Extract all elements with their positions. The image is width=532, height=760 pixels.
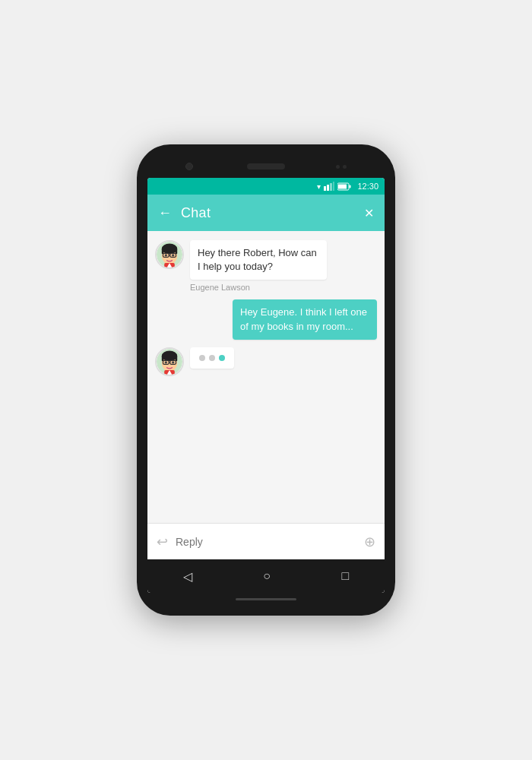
phone-speaker: [247, 163, 285, 169]
nav-home-button[interactable]: ○: [263, 569, 271, 583]
status-bar: ▾ 12:30: [147, 178, 385, 195]
svg-point-21: [162, 350, 177, 361]
svg-rect-1: [327, 185, 329, 191]
typing-dot-2: [209, 355, 215, 361]
bubble-received-1: Hey there Robert, How can I help you tod…: [190, 240, 327, 280]
bubble-sent-1: Hey Eugene. I think I left one of my boo…: [233, 299, 377, 339]
avatar-svg-eugene: [157, 242, 182, 268]
svg-rect-6: [350, 185, 351, 188]
avatar-eugene-typing: [155, 347, 184, 376]
typing-dots: [199, 355, 225, 361]
avatar-eugene: [155, 240, 184, 269]
svg-point-9: [162, 244, 177, 255]
chat-area: Hey there Robert, How can I help you tod…: [147, 231, 385, 523]
battery-icon: [337, 182, 351, 191]
svg-rect-0: [324, 186, 326, 191]
reply-input[interactable]: [176, 536, 364, 548]
attach-icon[interactable]: ⊕: [364, 534, 375, 550]
reply-icon[interactable]: ↩: [157, 534, 168, 550]
typing-bubble: [190, 347, 234, 369]
phone-sensors: [336, 165, 347, 169]
sensor-dot: [343, 165, 347, 169]
avatar-svg-eugene-2: [157, 349, 182, 375]
nav-recent-button[interactable]: □: [342, 569, 350, 583]
phone-screen: ▾ 12:30 ← Chat ✕: [147, 178, 385, 593]
svg-point-27: [165, 361, 167, 363]
svg-rect-2: [330, 183, 332, 191]
front-camera: [185, 163, 193, 170]
sender-name-1: Eugene Lawson: [190, 283, 327, 292]
nav-back-button[interactable]: ◁: [183, 569, 192, 584]
phone-bottom-bar: [147, 593, 385, 605]
status-time: 12:30: [357, 182, 378, 191]
typing-indicator-row: [155, 347, 377, 376]
message-text-1: Hey there Robert, How can I help you tod…: [198, 247, 317, 272]
home-indicator: [236, 598, 296, 600]
message-text-sent-1: Hey Eugene. I think I left one of my boo…: [240, 306, 367, 331]
svg-rect-3: [333, 182, 334, 191]
message-received-1: Hey there Robert, How can I help you tod…: [155, 240, 377, 292]
chat-title: Chat: [181, 205, 364, 221]
svg-point-15: [165, 254, 167, 256]
phone-top-bar: [147, 155, 385, 178]
status-icons: ▾ 12:30: [317, 182, 378, 191]
bottom-nav: ◁ ○ □: [147, 559, 385, 593]
reply-bar: ↩ ⊕: [147, 523, 385, 559]
typing-dot-1: [199, 355, 205, 361]
message-content-1: Hey there Robert, How can I help you tod…: [190, 240, 327, 292]
svg-rect-5: [338, 184, 347, 188]
message-sent-1: Hey Eugene. I think I left one of my boo…: [155, 299, 377, 339]
typing-dot-3: [219, 355, 225, 361]
svg-point-28: [172, 361, 174, 363]
chat-header: ← Chat ✕: [147, 195, 385, 231]
signal-icon: [324, 182, 334, 191]
wifi-icon: ▾: [317, 182, 321, 191]
phone-device: ▾ 12:30 ← Chat ✕: [137, 144, 395, 616]
sensor-dot: [336, 165, 340, 169]
svg-point-16: [172, 254, 174, 256]
back-button[interactable]: ←: [158, 205, 172, 221]
close-button[interactable]: ✕: [364, 206, 374, 220]
